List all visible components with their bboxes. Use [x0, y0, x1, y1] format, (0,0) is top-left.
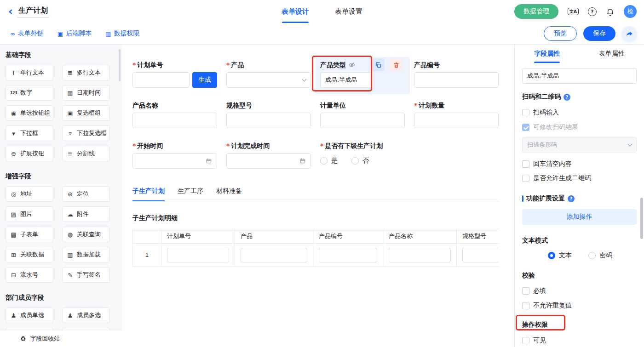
- sidebar-scrollbar[interactable]: [119, 49, 121, 81]
- help-badge-icon[interactable]: ?: [564, 94, 570, 101]
- backend-script-button[interactable]: ▣ 后端脚本: [58, 29, 92, 38]
- sidebar-item-multi-line-text[interactable]: ≣多行文本: [62, 65, 110, 80]
- notification-bell-icon[interactable]: [606, 7, 615, 16]
- field-unit[interactable]: 计量单位: [320, 102, 405, 128]
- sidebar-item-member-single[interactable]: ♟成员单选: [6, 307, 53, 323]
- data-permission-button[interactable]: ▥ 数据权限: [105, 29, 139, 38]
- field-label: 规格型号: [226, 102, 311, 109]
- field-start-time[interactable]: *开始时间: [132, 142, 217, 169]
- modify-result-checkbox-row[interactable]: 可修改扫码结果: [522, 123, 637, 131]
- field-product-name[interactable]: 产品名称: [132, 102, 217, 128]
- cell-product-name-input[interactable]: [389, 248, 451, 262]
- sidebar-item-radio-group[interactable]: ◉单选按钮组: [6, 105, 53, 121]
- product-name-input[interactable]: [132, 113, 217, 128]
- sidebar-item-single-line-text[interactable]: T单行文本: [6, 65, 53, 80]
- field-spec-model[interactable]: 规格型号: [226, 102, 311, 128]
- visible-checkbox-row[interactable]: 可见: [522, 336, 637, 345]
- checkbox-icon[interactable]: [522, 160, 529, 168]
- checkbox-icon[interactable]: [522, 337, 529, 344]
- sidebar-item-extend-button[interactable]: ⊖扩展按钮: [6, 146, 53, 161]
- sidebar-item-datetime[interactable]: ▦日期时间: [62, 85, 110, 101]
- unit-input[interactable]: [320, 113, 405, 128]
- field-product-type[interactable]: 产品类型 成品,半成品: [320, 61, 405, 88]
- language-icon[interactable]: 文A: [568, 8, 579, 16]
- required-checkbox-row[interactable]: 必填: [522, 287, 637, 295]
- generate-button[interactable]: 生成: [192, 72, 217, 88]
- field-recycle-bin[interactable]: ♻ 字段回收站: [0, 330, 122, 347]
- field-product[interactable]: *产品: [226, 61, 311, 88]
- field-has-subplan[interactable]: *是否有下级生产计划 是 否: [320, 142, 495, 169]
- cell-plan-no-input[interactable]: [167, 248, 229, 262]
- sidebar-item-data-load[interactable]: ▥数据加载: [62, 247, 110, 262]
- sidebar-item-number[interactable]: 123数字: [6, 85, 53, 101]
- sidebar-item-linked-data[interactable]: ⊞关联数据: [6, 247, 53, 262]
- external-link-button[interactable]: ∞ 表单外链: [10, 29, 44, 38]
- default-value-input[interactable]: 成品,半成品: [522, 68, 637, 84]
- radio-no[interactable]: 否: [351, 157, 369, 165]
- back-icon[interactable]: ‹: [8, 6, 13, 17]
- sidebar-item-linked-query[interactable]: ◍关联查询: [62, 227, 110, 242]
- allow-qrcode-checkbox-row[interactable]: 是否允许生成二维码: [522, 174, 637, 182]
- cell-spec-model-input[interactable]: [462, 248, 499, 262]
- enter-clear-checkbox-row[interactable]: 回车清空内容: [522, 160, 637, 168]
- sidebar-item-subform[interactable]: ▤子表单: [6, 227, 53, 242]
- checkbox-icon[interactable]: [522, 109, 529, 116]
- text-mode-text-radio[interactable]: 文本: [548, 251, 572, 260]
- radio-yes[interactable]: 是: [320, 157, 338, 165]
- page-title[interactable]: 生产计划: [17, 6, 49, 17]
- sidebar-item-image[interactable]: ▨图片: [6, 206, 53, 222]
- checkbox-checked-disabled-icon[interactable]: [522, 124, 529, 131]
- sidebar-item-signature[interactable]: ✎手写签名: [62, 267, 110, 283]
- avatar[interactable]: 检: [624, 5, 637, 18]
- finish-time-input[interactable]: [226, 153, 311, 169]
- copy-field-button[interactable]: [372, 58, 385, 71]
- checkbox-icon[interactable]: [522, 287, 529, 295]
- preview-button[interactable]: 预览: [544, 26, 577, 41]
- data-manage-button[interactable]: 数据管理: [514, 4, 558, 19]
- product-code-input[interactable]: [414, 72, 499, 88]
- sidebar-item-address[interactable]: ◎地址: [6, 186, 53, 202]
- tab-production-process[interactable]: 生产工序: [178, 187, 203, 201]
- share-button[interactable]: [622, 26, 637, 41]
- tab-sub-production-plan[interactable]: 子生产计划: [132, 187, 165, 201]
- checkbox-icon[interactable]: [522, 175, 529, 182]
- sidebar-item-member-multi[interactable]: ♟成员多选: [62, 307, 110, 323]
- item-label: 扩展按钮: [20, 149, 44, 158]
- field-plan-qty[interactable]: *计划数量: [414, 102, 499, 128]
- delete-field-button[interactable]: [390, 58, 402, 71]
- sidebar-item-attachment[interactable]: ☁附件: [62, 206, 110, 222]
- spec-model-input[interactable]: [226, 113, 311, 128]
- sidebar-item-checkbox-group[interactable]: ▣复选框组: [62, 105, 110, 121]
- tab-form-settings[interactable]: 表单设置: [335, 0, 362, 23]
- plan-qty-input[interactable]: [414, 113, 499, 128]
- sidebar-item-location[interactable]: ⊕定位: [62, 186, 110, 202]
- field-finish-time[interactable]: *计划完成时间: [226, 142, 311, 169]
- save-button[interactable]: 保存: [583, 26, 615, 41]
- help-icon[interactable]: ?: [588, 7, 597, 16]
- product-select[interactable]: [226, 72, 311, 88]
- tab-form-properties[interactable]: 表单属性: [580, 45, 644, 63]
- cell-product-input[interactable]: [241, 248, 307, 262]
- start-time-input[interactable]: [132, 153, 217, 169]
- field-label-text: 规格型号: [226, 102, 252, 109]
- sidebar-item-serial-number[interactable]: ⊟流水号: [6, 267, 53, 283]
- tab-field-properties[interactable]: 字段属性: [515, 45, 580, 63]
- plan-no-input[interactable]: [132, 72, 190, 88]
- help-badge-icon[interactable]: ?: [568, 195, 575, 202]
- cell-product-code-input[interactable]: [319, 248, 377, 262]
- field-product-code[interactable]: 产品编号: [414, 61, 499, 88]
- scan-input-checkbox-row[interactable]: 扫码输入: [522, 108, 637, 117]
- sidebar-item-dropdown[interactable]: ▾下拉框: [6, 125, 53, 141]
- add-action-button[interactable]: 添加操作: [522, 209, 637, 225]
- product-type-input[interactable]: 成品,半成品: [320, 72, 372, 88]
- tab-form-design[interactable]: 表单设计: [282, 0, 309, 23]
- panel-scrollbar[interactable]: [640, 198, 643, 239]
- no-duplicate-checkbox-row[interactable]: 不允许重复值: [522, 301, 637, 310]
- checkbox-icon[interactable]: [522, 302, 529, 309]
- scan-type-select[interactable]: 扫描条形码: [522, 137, 637, 153]
- sidebar-item-dropdown-multi[interactable]: ▿下拉复选框: [62, 125, 110, 141]
- sidebar-item-divider[interactable]: ≡分割线: [62, 146, 110, 161]
- tab-material-preparation[interactable]: 材料准备: [216, 187, 242, 201]
- text-mode-password-radio[interactable]: 密码: [588, 251, 612, 260]
- field-plan-no[interactable]: *计划单号 生成: [132, 61, 217, 88]
